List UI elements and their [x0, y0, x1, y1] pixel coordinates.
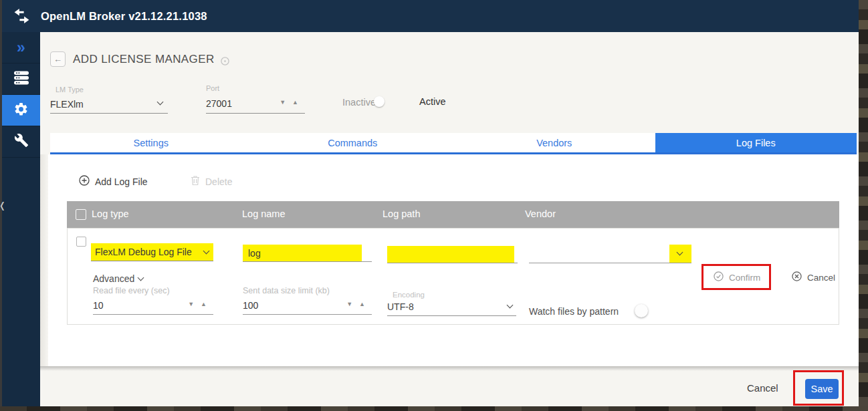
- screenshot-root: OpenLM Broker v21.12.21.1038 »: [0, 0, 868, 411]
- sent-data-size-label: Sent data size limit (kb): [243, 286, 372, 295]
- tab-bar: Settings Commands Vendors Log Files: [50, 133, 857, 154]
- app-window: OpenLM Broker v21.12.21.1038 »: [2, 0, 859, 406]
- gear-icon: [13, 102, 29, 120]
- column-log-path: Log path: [383, 209, 420, 219]
- confirm-annotation-box: [701, 264, 771, 290]
- save-annotation-box: [793, 370, 844, 406]
- circle-plus-icon: [79, 175, 90, 188]
- tab-commands[interactable]: Commands: [252, 133, 454, 152]
- chevron-down-icon: [203, 248, 210, 255]
- port-field: Port ▼▲: [206, 84, 305, 114]
- double-chevron-right-icon: »: [17, 40, 25, 55]
- lm-type-value: FLEXlm: [50, 99, 84, 110]
- page-title: ADD LICENSE MANAGER: [73, 53, 215, 66]
- info-icon[interactable]: [221, 56, 229, 68]
- lm-type-label: LM Type: [50, 86, 168, 94]
- toggle-knob: [374, 96, 385, 107]
- sent-data-size-spinner[interactable]: ▼▲: [346, 301, 372, 307]
- desktop-edge-right: [859, 0, 868, 411]
- column-vendor: Vendor: [525, 209, 556, 219]
- servers-icon: [13, 71, 29, 88]
- sidebar: »: [2, 32, 40, 406]
- tab-settings[interactable]: Settings: [50, 133, 252, 152]
- select-all-checkbox[interactable]: [76, 209, 86, 220]
- encoding-field: Encoding UTF-8: [387, 291, 516, 316]
- lm-type-select[interactable]: FLEXlm: [50, 94, 168, 114]
- chevron-down-icon: [138, 275, 144, 281]
- footer-bar: [40, 366, 859, 406]
- back-button[interactable]: ←: [50, 51, 66, 67]
- panel-collapse-handle[interactable]: ❬: [0, 200, 6, 211]
- app-title: OpenLM Broker v21.12.21.1038: [41, 10, 207, 23]
- log-file-row: FlexLM Debug Log File: [67, 228, 839, 325]
- circle-x-icon: [792, 271, 802, 283]
- read-file-every-field: Read file every (sec) ▼▲: [93, 286, 213, 315]
- openlm-logo-icon: [13, 8, 31, 24]
- read-file-every-label: Read file every (sec): [93, 286, 213, 295]
- chevron-down-icon: [507, 302, 514, 309]
- log-path-input[interactable]: [387, 246, 514, 263]
- advanced-toggle[interactable]: Advanced: [93, 273, 143, 284]
- trash-icon: [191, 175, 200, 188]
- log-type-value: FlexLM Debug Log File: [95, 247, 192, 257]
- encoding-select[interactable]: UTF-8: [387, 299, 516, 316]
- encoding-value: UTF-8: [387, 301, 414, 312]
- sent-data-size-field: Sent data size limit (kb) ▼▲: [243, 286, 372, 315]
- sidebar-item-tools[interactable]: [2, 126, 40, 158]
- sidebar-expand-button[interactable]: »: [2, 32, 40, 63]
- port-input[interactable]: [206, 96, 266, 111]
- lm-type-field: LM Type FLEXlm: [50, 86, 168, 114]
- status-active-label: Active: [419, 96, 446, 107]
- footer-cancel-button[interactable]: Cancel: [747, 382, 778, 394]
- log-type-select[interactable]: FlexLM Debug Log File: [91, 243, 213, 261]
- back-arrow-icon: ←: [53, 54, 62, 64]
- tab-vendors[interactable]: Vendors: [453, 133, 655, 152]
- read-file-every-input[interactable]: [93, 299, 160, 312]
- row-checkbox[interactable]: [76, 237, 86, 247]
- add-log-file-button[interactable]: Add Log File: [79, 175, 148, 188]
- titlebar: OpenLM Broker v21.12.21.1038: [2, 0, 859, 32]
- read-file-every-spinner[interactable]: ▼▲: [188, 301, 213, 307]
- chevron-down-icon: [157, 99, 164, 106]
- tools-icon: [14, 133, 29, 150]
- footer-shadow: [40, 366, 859, 371]
- chevron-down-icon: [677, 249, 683, 256]
- row-cancel-button[interactable]: Cancel: [792, 271, 835, 283]
- delete-button[interactable]: Delete: [191, 175, 232, 188]
- toggle-knob: [635, 304, 648, 317]
- port-label: Port: [206, 84, 305, 92]
- status-inactive-label: Inactive: [342, 97, 376, 108]
- sent-data-size-input[interactable]: [243, 299, 310, 312]
- log-table-header: Log type Log name Log path Vendor: [67, 201, 839, 228]
- watch-files-label: Watch files by pattern: [529, 306, 619, 317]
- tab-log-files[interactable]: Log Files: [655, 133, 857, 152]
- desktop-edge-bottom: [0, 406, 868, 411]
- log-name-input[interactable]: [243, 245, 362, 261]
- encoding-label: Encoding: [387, 291, 516, 299]
- column-log-type: Log type: [92, 209, 129, 219]
- sidebar-item-license-servers[interactable]: [2, 63, 40, 95]
- sidebar-item-settings[interactable]: [2, 95, 40, 126]
- port-spinner[interactable]: ▼▲: [280, 99, 305, 106]
- vendor-select[interactable]: [669, 245, 691, 263]
- card-edge-shadow: [40, 154, 48, 366]
- column-log-name: Log name: [242, 209, 286, 219]
